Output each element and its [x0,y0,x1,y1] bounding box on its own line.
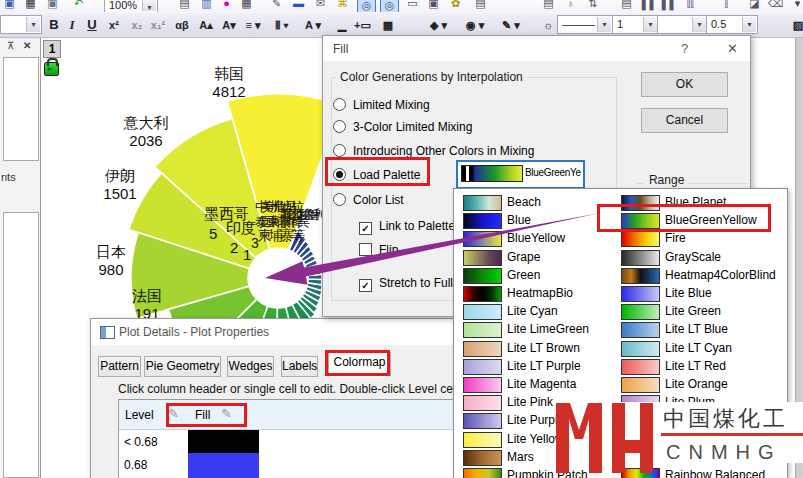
palette-item-lite-yellow[interactable]: Lite Yellow [463,431,613,449]
palette-item-lite-blue[interactable]: Lite Blue [621,285,771,303]
palette-item-lite-lt-blue[interactable]: Lite LT Blue [621,321,771,339]
palette-item-lite-lt-brown[interactable]: Lite LT Brown [463,340,613,358]
palette-item-heatmap4colorblind[interactable]: Heatmap4ColorBlind [621,267,771,285]
font-combo[interactable]: ▾ [0,15,42,34]
layer-1-badge[interactable]: 1 [43,40,61,58]
palette-item-grayscale[interactable]: GrayScale [621,249,771,267]
font-color-dropdown[interactable]: A ▾ [305,16,321,34]
monitor-icon[interactable]: ▥ [198,0,215,11]
palette-item-blue[interactable]: Blue [463,212,613,230]
close-icon[interactable]: ✕ [727,41,738,56]
fill-cell[interactable] [188,453,259,476]
radio-circle[interactable] [333,120,346,133]
list2-icon[interactable]: ▤ [618,0,635,11]
palette-item-green[interactable]: Green [463,267,613,285]
palette-item-mars[interactable]: Mars [463,449,613,467]
radio-limited-mixing[interactable]: Limited Mixing [333,98,430,112]
radio-circle[interactable] [333,144,346,157]
palette-item-lite-purple[interactable]: Lite Purple [463,412,613,430]
eraser-icon[interactable]: ◪ [746,0,763,11]
list-icon[interactable]: ▤ [472,0,489,11]
grid-button[interactable]: ▦ [380,16,396,34]
palette-item-lite-plum[interactable]: Lite Plum [621,394,771,412]
increase-font-button[interactable]: A▴ [198,16,214,34]
tab-pattern[interactable]: Pattern [98,356,141,377]
tab-wedges[interactable]: Wedges [227,356,274,377]
vertical-scrollbar[interactable] [795,37,803,478]
combo-arrow-icon[interactable]: ▾ [142,0,156,11]
ok-button[interactable]: OK [641,72,728,97]
radio-introducing-other-colors-in-mixing[interactable]: Introducing Other Colors in Mixing [333,144,534,158]
paste-icon[interactable]: ▣ [1,0,18,11]
palette-item-heatmapbio[interactable]: HeatmapBio [463,285,613,303]
broom-icon[interactable]: ⌫ [767,0,784,11]
palette-item-lite-limegreen[interactable]: Lite LimeGreen [463,321,613,339]
fill-cell[interactable] [188,430,259,453]
zoom-level-combo[interactable]: 100%▾ [104,0,158,12]
plot-details-titlebar[interactable]: Plot Details - Plot Properties [91,319,476,345]
level-column-header[interactable]: Level [125,408,154,422]
palette-item-lite-magenta[interactable]: Lite Magenta [463,376,613,394]
tab-labels[interactable]: Labels [281,356,318,377]
pencil-dropdown[interactable]: ✎ ▾ [502,16,520,34]
checkbox-box[interactable] [359,243,372,256]
colormap-row[interactable]: 0.68 [119,453,476,476]
layers-icon[interactable]: ▤ [540,0,557,11]
combo-arrow-icon[interactable]: ▾ [26,17,40,32]
chart1-icon[interactable]: ▌▌ [641,0,658,11]
palette-dropdown[interactable]: ◉ ▾ [466,16,484,34]
style-combo[interactable]: ▾ [657,15,708,34]
combo-arrow-icon[interactable]: ▾ [597,17,611,32]
alpha-combo[interactable]: 0.5▾ [706,15,758,34]
close-icon[interactable]: ✕ [23,40,31,51]
bars-icon[interactable]: ⫿⫿ [682,0,699,11]
combo-arrow-icon[interactable]: ▾ [643,17,657,32]
flowchart-icon[interactable]: ⌘ [334,0,351,11]
fill-dialog-titlebar[interactable]: Fill ? ✕ [323,36,750,61]
panel-icon[interactable]: ▬ [290,0,307,11]
pattern-icon[interactable]: ▨ [790,16,803,34]
pin-icon[interactable]: ⊼ [7,40,14,51]
palette-item-blueyellow[interactable]: BlueYellow [463,230,613,248]
chart2-icon[interactable]: ▌▌ [661,0,678,11]
sort-icon[interactable]: ⇅ [584,0,601,11]
checkbox-link-to-palette-[interactable]: ✓Link to Palette/ [359,219,458,233]
gear-icon[interactable]: ✿ [447,0,464,11]
film-icon[interactable]: ▦ [238,0,255,11]
decrease-font-button[interactable]: A▾ [221,16,237,34]
layout-icon[interactable]: ▭ [404,0,421,11]
underscore-button[interactable]: ▁ [334,16,350,34]
palette-item-lite-pink[interactable]: Lite Pink [463,394,613,412]
greek-button[interactable]: αβ [174,16,190,34]
radio-color-list[interactable]: Color List [333,193,404,207]
checkbox-stretch-to-full-r[interactable]: ✓Stretch to Full R [359,276,465,290]
undo-icon[interactable]: ↶ [70,0,87,11]
palette-item-beach[interactable]: Beach [463,194,613,212]
zoom-out-icon[interactable]: ◎ [380,0,399,12]
lock-icon[interactable] [44,62,59,76]
line-style-combo[interactable]: ———▾ [557,15,613,34]
edit-icon[interactable]: ✎ [268,0,285,11]
bold-button[interactable]: B [46,16,62,34]
checkbox-box[interactable]: ✓ [359,279,372,292]
bar-icon[interactable]: ⫿ [718,0,735,11]
help-icon[interactable]: ? [681,41,688,56]
palette-item-rainbow-balanced[interactable]: Rainbow Balanced [621,467,771,478]
checkbox-box[interactable]: ✓ [359,222,372,235]
print-icon[interactable]: ▤ [176,0,193,11]
palette-item-grape[interactable]: Grape [463,249,613,267]
palette-item-fire[interactable]: Fire [621,230,771,248]
tab-pie-geometry[interactable]: Pie Geometry [144,356,221,377]
combo-arrow-icon[interactable]: ▾ [742,17,756,32]
radio-circle[interactable] [333,98,346,111]
save-icon[interactable]: ▦ [22,0,39,11]
line-width-combo[interactable]: 1▾ [612,15,659,34]
palette-item-lite-lt-red[interactable]: Lite LT Red [621,358,771,376]
clipboard-icon[interactable]: ▣ [44,0,61,11]
palette-item-lite-cyan[interactable]: Lite Cyan [463,303,613,321]
palette-item-pumpkin-patch[interactable]: Pumpkin Patch [463,467,613,478]
cancel-button[interactable]: Cancel [641,108,728,133]
align-dropdown[interactable]: ≡ ▾ [245,16,261,34]
record-icon[interactable]: ● [218,0,235,11]
combo-arrow-icon[interactable]: ▾ [692,17,706,32]
